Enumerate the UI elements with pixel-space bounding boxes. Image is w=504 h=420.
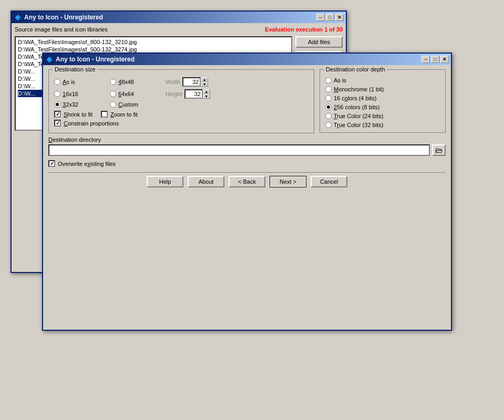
cancel-button[interactable]: Cancel [311, 176, 347, 187]
main-columns: Destination size As is 48x48 Width [48, 69, 446, 136]
dialog-body: Destination size As is 48x48 Width [43, 65, 451, 192]
zoom-check-row: Zoom to fit [101, 111, 138, 118]
constrain-check-row: Constrain proportions [54, 120, 308, 127]
next-button[interactable]: Next > [270, 176, 306, 187]
minimize-button-fg[interactable]: ─ [421, 56, 430, 63]
constrain-label[interactable]: Constrain proportions [64, 120, 119, 127]
title-bar-fg[interactable]: 🔷 Any to Icon - Unregistered ─ □ ✕ [43, 54, 451, 65]
shrink-checkbox[interactable] [54, 111, 61, 118]
dest-dir-row: 🗁 [48, 144, 446, 156]
maximize-button-bg[interactable]: □ [326, 14, 334, 21]
add-files-button[interactable]: Add files [295, 36, 343, 48]
app-icon-bg: 🔷 [14, 13, 22, 22]
title-bar-buttons-fg[interactable]: ─ □ ✕ [421, 56, 449, 63]
window-foreground: 🔷 Any to Icon - Unregistered ─ □ ✕ Desti… [42, 52, 452, 331]
width-label: Width [166, 79, 180, 85]
overwrite-check-row: Overwrite existing files [48, 160, 446, 167]
zoom-label[interactable]: Zoom to fit [110, 111, 138, 118]
radio-48x48[interactable] [110, 79, 116, 85]
width-spin-buttons[interactable]: ▲ ▼ [201, 77, 208, 87]
title-bar-bg[interactable]: 🔷 Any to Icon - Unregistered ─ □ ✕ [12, 12, 346, 23]
radio-color-256[interactable] [325, 104, 332, 110]
color-256-label[interactable]: 256 colors (8 bits) [334, 104, 379, 110]
app-icon-fg: 🔷 [45, 55, 54, 64]
about-button[interactable]: About [188, 176, 224, 187]
radio-64x64-label[interactable]: 64x64 [118, 91, 134, 97]
overwrite-checkbox[interactable] [48, 160, 55, 167]
overwrite-label[interactable]: Overwrite existing files [58, 161, 116, 167]
dest-color-col: Destination color depth As is Monochrome… [320, 69, 446, 136]
window-fg-title: Any to Icon - Unregistered [56, 56, 135, 63]
radio-32x32[interactable] [54, 101, 60, 108]
radio-custom-label[interactable]: Custom [118, 101, 138, 108]
width-spinner[interactable]: ▲ ▼ [182, 77, 208, 87]
dest-size-group: Destination size As is 48x48 Width [48, 69, 314, 133]
radio-custom[interactable] [110, 101, 116, 108]
source-label: Source image files and icon libraries [15, 26, 108, 33]
height-label: Height [166, 91, 182, 97]
maximize-button-fg[interactable]: □ [431, 56, 439, 63]
radio-as-is-label[interactable]: As is [63, 79, 75, 85]
close-button-fg[interactable]: ✕ [440, 56, 449, 63]
shrink-label[interactable]: Shrink to fit [64, 111, 92, 118]
window-bg-title: Any to Icon - Unregistered [24, 14, 103, 21]
radio-16x16-label[interactable]: 16x16 [63, 91, 78, 97]
radio-color-as-is[interactable] [325, 77, 332, 83]
width-input[interactable] [182, 77, 201, 87]
back-button[interactable]: < Back [229, 176, 265, 187]
dest-dir-label: Destination directory [48, 136, 446, 143]
radio-color-16[interactable] [325, 95, 332, 101]
height-down-button[interactable]: ▼ [203, 94, 210, 99]
radio-color-mono[interactable] [325, 86, 332, 92]
height-up-button[interactable]: ▲ [203, 89, 210, 94]
height-spinner[interactable]: ▲ ▼ [184, 89, 210, 99]
minimize-button-bg[interactable]: ─ [316, 14, 325, 21]
dest-dir-section: Destination directory 🗁 [48, 136, 446, 156]
height-spin-buttons[interactable]: ▲ ▼ [203, 89, 210, 99]
list-item: D:\WA_TestFiles\Images\sf_500-132_3274.j… [18, 46, 289, 53]
radio-64x64[interactable] [110, 91, 116, 97]
color-16-label[interactable]: 16 colors (4 bits) [334, 95, 376, 101]
radio-color-true24[interactable] [325, 113, 332, 119]
radio-as-is[interactable] [54, 79, 60, 85]
dest-size-label: Destination size [53, 66, 97, 72]
radio-16x16[interactable] [54, 91, 60, 97]
radio-32x32-label[interactable]: 32x32 [63, 101, 78, 108]
shrink-check-row: Shrink to fit [54, 111, 92, 118]
color-as-is-label[interactable]: As is [334, 77, 346, 83]
zoom-checkbox[interactable] [101, 111, 108, 118]
constrain-checkbox[interactable] [54, 120, 61, 127]
title-bar-buttons-bg[interactable]: ─ □ ✕ [316, 14, 344, 21]
radio-color-true32[interactable] [325, 122, 332, 128]
width-down-button[interactable]: ▼ [201, 82, 208, 87]
eval-text: Evaluation execution 1 of 30 [265, 26, 343, 33]
dest-dir-input[interactable] [48, 144, 430, 156]
dest-color-label: Destination color depth [324, 66, 387, 72]
close-button-bg[interactable]: ✕ [335, 14, 344, 21]
color-true24-label[interactable]: True Color (24 bits) [334, 113, 383, 119]
list-item: D:\WA_TestFiles\Images\sf_800-132_3210.j… [18, 38, 289, 46]
dest-size-col: Destination size As is 48x48 Width [48, 69, 314, 136]
width-up-button[interactable]: ▲ [201, 77, 208, 82]
bottom-buttons: Help About < Back Next > Cancel [48, 172, 446, 187]
radio-48x48-label[interactable]: 48x48 [118, 79, 134, 85]
browse-folder-button[interactable]: 🗁 [432, 144, 446, 156]
help-button[interactable]: Help [147, 176, 183, 187]
color-true32-label[interactable]: True Color (32 bits) [334, 122, 383, 128]
dest-color-group: Destination color depth As is Monochrome… [320, 69, 446, 133]
height-input[interactable] [184, 89, 203, 99]
color-mono-label[interactable]: Monochrome (1 bit) [334, 86, 384, 92]
